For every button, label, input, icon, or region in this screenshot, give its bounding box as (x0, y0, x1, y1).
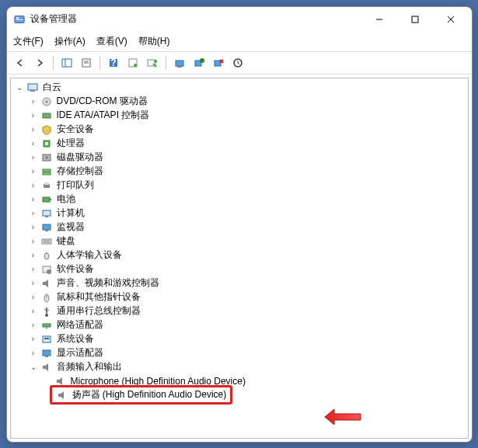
scan-hardware-button[interactable] (144, 54, 161, 71)
disk-icon (40, 151, 53, 164)
menu-help[interactable]: 帮助(H) (138, 35, 170, 48)
menu-action[interactable]: 操作(A) (54, 35, 85, 48)
menu-view[interactable]: 查看(V) (96, 35, 127, 48)
svg-rect-42 (45, 216, 48, 217)
tree-category[interactable]: ›声音、视频和游戏控制器 (11, 276, 468, 290)
disable-device-button[interactable] (210, 54, 227, 71)
expand-icon[interactable]: › (28, 153, 39, 161)
tree-category[interactable]: ›存储控制器 (11, 165, 468, 179)
show-hide-tree-button[interactable] (58, 54, 75, 71)
svg-rect-27 (30, 90, 35, 92)
svg-rect-62 (43, 350, 51, 356)
tree-category[interactable]: ›软件设备 (11, 262, 468, 276)
expand-icon[interactable]: › (28, 125, 39, 134)
tree-category-audio[interactable]: ⌄ 音频输入和输出 (11, 360, 468, 374)
device-tree[interactable]: ⌄ 白云 ›DVD/CD-ROM 驱动器›IDE ATA/ATAPI 控制器›安… (10, 78, 469, 439)
menubar: 文件(F) 操作(A) 查看(V) 帮助(H) (7, 32, 472, 52)
close-button[interactable] (433, 7, 469, 32)
properties-button[interactable] (78, 54, 95, 71)
svg-rect-61 (44, 338, 49, 339)
expand-icon[interactable]: › (28, 251, 39, 259)
back-button[interactable] (12, 54, 29, 71)
svg-point-49 (46, 252, 47, 254)
maximize-button[interactable] (397, 7, 433, 32)
sound-icon (40, 277, 53, 290)
expand-icon[interactable]: › (28, 209, 39, 217)
category-label: 处理器 (55, 136, 86, 151)
hid-icon (40, 249, 53, 262)
svg-rect-22 (215, 61, 221, 66)
tree-category[interactable]: ›网络适配器 (11, 318, 468, 332)
cpu-icon (40, 137, 53, 150)
speaker-icon (56, 389, 68, 401)
expand-icon[interactable]: › (28, 265, 39, 273)
expand-icon[interactable]: › (28, 335, 39, 343)
tree-category[interactable]: ›磁盘驱动器 (11, 151, 468, 165)
tree-category[interactable]: ›通用串行总线控制器 (11, 304, 468, 318)
svg-rect-35 (43, 169, 51, 172)
forward-button[interactable] (31, 54, 48, 71)
tree-category[interactable]: ›鼠标和其他指针设备 (11, 290, 468, 304)
uninstall-device-button[interactable] (190, 54, 208, 71)
expand-icon[interactable]: ⌄ (14, 83, 25, 92)
tree-category[interactable]: ›DVD/CD-ROM 驱动器 (11, 95, 468, 109)
speaker-icon (40, 361, 53, 373)
svg-rect-41 (43, 210, 51, 216)
svg-rect-40 (50, 199, 51, 200)
device-label: 扬声器 (High Definition Audio Device) (71, 387, 229, 402)
svg-point-17 (154, 60, 157, 63)
help-button[interactable]: ? (105, 54, 122, 71)
svg-rect-19 (177, 66, 182, 68)
expand-icon[interactable]: › (28, 307, 39, 315)
tree-category[interactable]: ›系统设备 (11, 332, 468, 346)
expand-icon[interactable]: › (28, 223, 39, 231)
update-driver-button[interactable] (171, 54, 188, 71)
action-button[interactable] (124, 54, 141, 71)
expand-icon[interactable]: › (28, 181, 39, 189)
expand-icon[interactable]: › (28, 139, 39, 148)
expand-icon[interactable]: › (28, 293, 39, 301)
category-label: 电池 (55, 192, 77, 207)
highlight-box: 扬声器 (High Definition Audio Device) (50, 385, 233, 405)
category-label: 打印队列 (55, 178, 96, 193)
tree-category[interactable]: ›IDE ATA/ATAPI 控制器 (11, 109, 468, 123)
tree-root[interactable]: ⌄ 白云 (11, 81, 468, 95)
expand-icon[interactable]: › (28, 195, 39, 203)
enable-device-button[interactable] (229, 54, 246, 71)
svg-text:?: ? (110, 57, 116, 68)
tree-category[interactable]: ›计算机 (11, 207, 468, 221)
expand-icon[interactable]: › (28, 97, 39, 106)
tree-category[interactable]: ›电池 (11, 193, 468, 207)
computer-icon (40, 207, 53, 220)
tree-category[interactable]: ›人体学输入设备 (11, 248, 468, 262)
tree-category[interactable]: ›打印队列 (11, 179, 468, 193)
category-label: 显示适配器 (55, 346, 105, 360)
menu-file[interactable]: 文件(F) (13, 35, 44, 48)
tree-category[interactable]: ›显示适配器 (11, 346, 468, 360)
tree-category[interactable]: ›键盘 (11, 234, 468, 248)
computer-icon (26, 82, 39, 94)
expand-icon[interactable]: ⌄ (28, 363, 39, 371)
tree-device-speaker[interactable]: 扬声器 (High Definition Audio Device) (11, 388, 468, 402)
expand-icon[interactable]: › (28, 167, 39, 175)
keyboard-icon (40, 235, 53, 248)
expand-icon[interactable]: › (28, 111, 39, 120)
category-label: 计算机 (55, 206, 86, 221)
expand-icon[interactable]: › (28, 321, 39, 329)
svg-rect-36 (43, 172, 51, 175)
svg-point-48 (44, 253, 49, 259)
tree-category[interactable]: ›处理器 (11, 137, 468, 151)
ide-icon (40, 109, 53, 122)
minimize-button[interactable] (361, 7, 397, 32)
category-label: 音频输入和输出 (55, 359, 124, 374)
expand-icon[interactable]: › (28, 349, 39, 357)
expand-icon[interactable]: › (28, 279, 39, 287)
system-icon (40, 333, 53, 346)
category-label: 人体学输入设备 (55, 248, 124, 262)
display-icon (40, 347, 53, 359)
tree-category[interactable]: ›安全设备 (11, 123, 468, 137)
mouse-icon (40, 291, 53, 304)
usb-icon (40, 305, 53, 318)
expand-icon[interactable]: › (28, 237, 39, 245)
tree-category[interactable]: ›监视器 (11, 221, 468, 234)
